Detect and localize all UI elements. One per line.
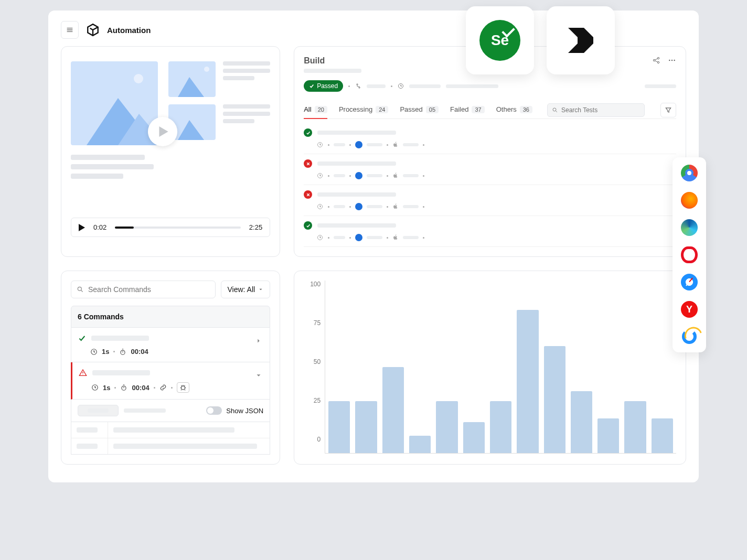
chevron-down-icon [258, 287, 263, 292]
build-title: Build [304, 56, 361, 66]
video-duration: 2:25 [249, 223, 262, 231]
svg-point-2 [657, 61, 659, 63]
tab-failed[interactable]: Failed37 [450, 101, 485, 119]
safari-icon [355, 234, 362, 241]
command-item[interactable]: 1s 00:04 [71, 328, 270, 362]
bug-button[interactable] [177, 382, 189, 393]
skeleton [304, 69, 361, 73]
fail-icon [304, 159, 312, 168]
build-tabs: All20 Processing24 Passed05 Failed37 Oth… [304, 101, 676, 119]
play-icon [159, 126, 168, 137]
hamburger-icon [66, 26, 74, 34]
bug-icon [179, 384, 187, 391]
image-placeholder [168, 61, 216, 97]
svg-point-0 [653, 59, 655, 61]
nightwatch-icon [562, 21, 600, 59]
bar [571, 391, 592, 453]
svg-point-3 [669, 60, 670, 61]
filter-icon [665, 106, 672, 114]
tab-all[interactable]: All20 [304, 101, 327, 119]
command-details-table [71, 422, 270, 455]
tab-processing[interactable]: Processing24 [339, 101, 389, 119]
status-badge: Passed [304, 80, 343, 92]
bar [409, 436, 431, 453]
yandex-icon: Y [681, 301, 698, 318]
ie-icon [681, 328, 698, 345]
command-search-input[interactable] [88, 285, 210, 294]
firefox-icon [681, 192, 698, 209]
chevron-down-icon[interactable] [255, 372, 262, 379]
bar [544, 346, 565, 453]
bar [517, 310, 538, 453]
clock-icon [90, 348, 98, 356]
test-search-input[interactable] [561, 106, 640, 114]
bar [463, 422, 485, 453]
play-icon [79, 224, 85, 231]
chevron-right-icon[interactable] [255, 337, 262, 344]
test-search[interactable] [547, 103, 645, 117]
tab-others[interactable]: Others36 [496, 101, 532, 119]
integration-badges: Se [466, 6, 615, 74]
selenium-icon: Se [479, 20, 520, 61]
command-item[interactable]: 1s 00:04 [71, 362, 270, 400]
test-row[interactable] [304, 123, 676, 154]
apple-icon [392, 203, 399, 210]
search-icon [77, 286, 84, 293]
tab-passed[interactable]: Passed05 [400, 101, 439, 119]
svg-point-4 [671, 60, 673, 61]
browser-strip: Y [673, 157, 706, 352]
apple-icon [392, 172, 399, 179]
video-area [71, 56, 270, 213]
skeleton [78, 405, 119, 416]
build-card: Build Passed [294, 46, 686, 257]
filter-button[interactable] [660, 103, 676, 117]
video-progress[interactable]: 0:02 2:25 [71, 218, 270, 237]
pass-icon [304, 128, 312, 137]
safari-icon [681, 274, 698, 290]
video-preview-card: 0:02 2:25 [61, 46, 280, 257]
opera-icon [681, 246, 698, 263]
json-toggle-row: Show JSON [71, 400, 270, 422]
check-icon [78, 334, 86, 342]
svg-point-12 [78, 287, 81, 290]
commands-heading: 6 Commands [71, 306, 270, 328]
svg-point-1 [657, 57, 659, 59]
test-row[interactable] [304, 216, 676, 247]
bar [624, 401, 646, 453]
clock-icon [91, 384, 99, 391]
chart-card: 1007550250 [294, 271, 686, 465]
json-toggle-label: Show JSON [226, 407, 263, 415]
link-icon [159, 384, 167, 391]
apple-icon [392, 234, 399, 241]
app-window: Se Y Automation [48, 10, 699, 482]
clock-icon [316, 172, 324, 179]
search-icon [552, 107, 558, 113]
apple-icon [392, 141, 399, 148]
play-button[interactable] [148, 117, 177, 146]
page-title: Automation [107, 26, 151, 35]
clock-icon [316, 141, 324, 148]
command-search[interactable] [71, 281, 216, 298]
video-track[interactable] [115, 227, 241, 229]
nightwatch-badge [547, 6, 615, 74]
bar-plot [325, 281, 676, 454]
view-dropdown[interactable]: View: All [221, 281, 271, 298]
test-row[interactable] [304, 185, 676, 216]
svg-point-17 [181, 386, 185, 390]
bar [328, 401, 350, 453]
json-toggle[interactable] [206, 406, 222, 415]
app-logo [86, 23, 100, 37]
share-icon[interactable] [652, 56, 660, 64]
pass-icon [304, 221, 312, 230]
safari-icon [355, 141, 362, 148]
bar [355, 401, 377, 453]
svg-point-7 [553, 108, 556, 111]
selenium-badge: Se [466, 6, 534, 74]
test-row[interactable] [304, 154, 676, 185]
stopwatch-icon [120, 384, 127, 391]
safari-icon [355, 172, 362, 179]
more-icon[interactable] [668, 56, 676, 64]
menu-button[interactable] [61, 21, 79, 39]
clock-icon [316, 203, 324, 210]
bar [382, 367, 404, 454]
